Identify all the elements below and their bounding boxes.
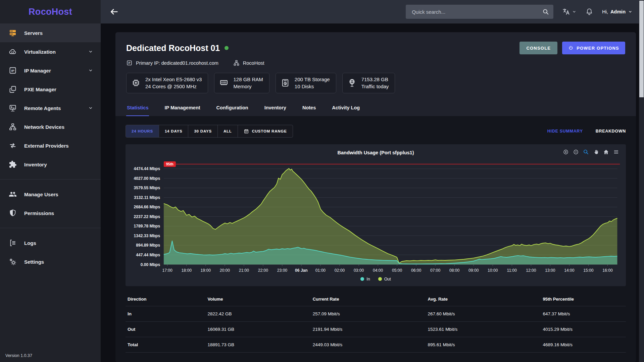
notifications-button[interactable] [585,8,593,16]
svg-text:3132.11 Mbps: 3132.11 Mbps [134,195,160,200]
user-menu[interactable]: Hi, Admin [602,9,633,14]
tab-ip-management[interactable]: IP Management [164,101,201,116]
search-icon[interactable] [542,8,549,15]
console-button[interactable]: CONSOLE [519,42,557,54]
range-button-14-days[interactable]: 14 DAYS [159,125,188,137]
legend-label: In [366,277,370,281]
column-header: Avg. Rate [426,292,541,306]
cpu-icon [131,78,141,88]
chart-toolbar [563,149,619,155]
sidebar-item-inventory[interactable]: Inventory [0,155,101,174]
range-button-30-days[interactable]: 30 DAYS [188,125,217,137]
sidebar-item-virtualization[interactable]: Virtualization [0,42,101,61]
server-card: Dedicated RocoHost 01 CONSOLE POWER OPTI… [115,32,636,362]
chevron-down-icon [88,105,93,111]
tab-inventory[interactable]: Inventory [264,101,287,116]
menu-icon[interactable] [613,149,619,155]
table-cell: 4015.29 Mbit/s [541,321,626,337]
spec-card: 2x Intel Xeon E5-2680 v324 Cores @ 2500 … [126,73,208,93]
bandwidth-chart[interactable]: 17:0018:0019:0020:0021:0022:0023:0006 Ja… [130,157,622,276]
svg-text:16:00: 16:00 [602,268,613,273]
home-icon[interactable] [603,149,609,155]
svg-text:21:00: 21:00 [239,268,249,273]
language-menu[interactable] [562,8,577,16]
logs-icon [9,239,17,247]
scrollbar-track[interactable] [639,0,644,362]
topbar: Hi, Admin [101,0,644,23]
sidebar-item-ip-manager[interactable]: IPIP Manager [0,61,101,80]
svg-text:01:00: 01:00 [315,268,326,273]
table-cell: Out [126,321,206,337]
scrollbar-thumb[interactable] [639,1,644,97]
back-arrow-icon [109,7,119,16]
greeting-prefix: Hi, [602,9,608,14]
table-cell: 267.60 Mbit/s [426,306,541,321]
svg-text:4474.44 Mbps: 4474.44 Mbps [134,166,160,171]
sidebar-item-external-providers[interactable]: External Providers [0,136,101,155]
svg-text:IP: IP [128,62,131,64]
range-button-24-hours[interactable]: 24 HOURS [126,125,159,137]
tab-statistics[interactable]: Statistics [126,101,149,116]
legend-dot [378,277,382,281]
tab-configuration[interactable]: Configuration [216,101,249,116]
power-icon [568,45,574,51]
sidebar-item-pxe-manager[interactable]: PXE Manager [0,80,101,99]
permissions-icon [9,209,17,217]
power-options-label: POWER OPTIONS [577,46,619,51]
sidebar-item-remote-agents[interactable]: Remote Agents [0,99,101,117]
legend-item-out[interactable]: Out [378,277,391,281]
sidebar-item-label: Remote Agents [24,105,61,111]
hide-summary-link[interactable]: HIDE SUMMARY [547,129,583,134]
host-group: RocoHost [233,60,264,66]
range-button-custom-range[interactable]: CUSTOM RANGE [238,125,293,137]
sidebar-item-manage-users[interactable]: Manage Users [0,185,101,204]
search-input[interactable] [412,9,542,15]
sidebar-item-label: Servers [24,30,43,36]
breakdown-link[interactable]: BREAKDOWN [596,129,626,134]
sidebar-item-logs[interactable]: Logs [0,234,101,252]
table-cell: 895.61 Mbit/s [426,337,541,352]
time-range-control: 24 HOURS14 DAYS30 DAYSALLCUSTOM RANGE [126,125,293,138]
spec-line-1: 2x Intel Xeon E5-2680 v3 [145,76,202,83]
pan-icon[interactable] [593,149,599,155]
sidebar-item-settings[interactable]: Settings [0,252,101,271]
sidebar-item-label: IP Manager [24,68,51,73]
legend-item-in[interactable]: In [360,277,370,281]
range-button-all[interactable]: ALL [218,125,238,137]
server-status-dot [225,46,229,50]
greeting-name: Admin [610,9,626,14]
storage-icon [281,78,290,88]
main-area: Hi, Admin Dedicated RocoHost 01 CONSOLE [101,0,644,362]
tab-bar: StatisticsIP ManagementConfigurationInve… [126,101,625,116]
external-providers-icon [9,142,17,150]
selection-zoom-icon[interactable] [583,149,589,155]
table-cell: 18891.73 GB [206,337,311,352]
sidebar-item-network-devices[interactable]: Network Devices [0,117,101,136]
table-row: Total18891.73 GB2449.03 Mbit/s895.61 Mbi… [126,337,626,352]
spec-line-1: 7153.28 GB [361,76,389,83]
table-cell: Total [126,337,206,352]
network-devices-icon [9,123,17,131]
sidebar-item-servers[interactable]: Servers [0,23,101,42]
column-header: 95th Percentile [541,292,626,306]
zoom-out-icon[interactable] [573,149,579,155]
svg-text:2684.66 Mbps: 2684.66 Mbps [134,205,160,209]
pxe-manager-icon [9,85,17,93]
ram-icon [219,78,229,88]
primary-ip: IP Primary IP: dedicated01.rocohost.com [126,60,218,66]
legend-dot [360,277,364,281]
sidebar-item-permissions[interactable]: Permissions [0,204,101,222]
brand-logo[interactable]: RocoHost [0,0,101,23]
legend-label: Out [384,277,391,281]
svg-text:18:00: 18:00 [182,268,192,273]
bell-icon [585,8,593,16]
search-box [406,5,553,19]
spec-card: 200 TB Storage10 Disks [276,73,336,93]
tab-activity-log[interactable]: Activity Log [331,101,360,116]
tab-notes[interactable]: Notes [302,101,316,116]
back-button[interactable] [109,7,119,16]
zoom-in-icon[interactable] [563,149,569,155]
spec-line-1: 200 TB Storage [295,76,330,83]
svg-text:09:00: 09:00 [468,268,479,273]
power-options-button[interactable]: POWER OPTIONS [562,42,625,54]
